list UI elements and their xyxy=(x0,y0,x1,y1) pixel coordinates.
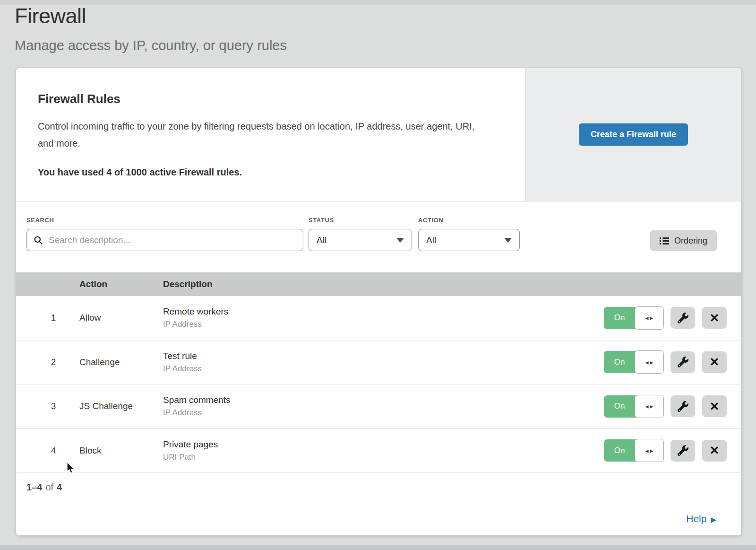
table-row: 3 JS Challenge Spam comments IP Address … xyxy=(16,384,741,429)
delete-rule-button[interactable]: ✕ xyxy=(702,307,727,329)
column-header-action: Action xyxy=(79,279,163,289)
usage-summary: You have used 4 of 1000 active Firewall … xyxy=(38,167,497,178)
create-rule-pane: Create a Firewall rule xyxy=(525,68,741,201)
row-number: 1 xyxy=(16,313,79,323)
row-action: Allow xyxy=(79,313,163,323)
toggle-arrow-left-icon: ◂ xyxy=(645,447,648,454)
edit-rule-button[interactable] xyxy=(670,440,695,462)
pagination-total: 4 xyxy=(57,482,62,493)
page-title: Firewall xyxy=(15,4,86,28)
page-subtitle: Manage access by IP, country, or query r… xyxy=(15,38,287,53)
toggle-arrow-right-icon: ▸ xyxy=(650,402,653,410)
close-icon: ✕ xyxy=(710,312,720,324)
wrench-icon xyxy=(678,445,688,456)
ordering-button-label: Ordering xyxy=(674,236,707,246)
table-row: 4 Block Private pages URI Path On ◂ ▸ xyxy=(16,429,741,473)
rules-list: 1 Allow Remote workers IP Address On ◂ ▸ xyxy=(16,296,741,473)
search-field[interactable] xyxy=(26,229,303,251)
toggle-arrow-right-icon: ▸ xyxy=(650,447,653,454)
wrench-icon xyxy=(678,357,688,367)
filters-section: SEARCH STATUS All ACTION All Ordering xyxy=(16,201,741,272)
rule-toggle[interactable]: On ◂ ▸ xyxy=(604,395,663,418)
toggle-on-segment[interactable]: On xyxy=(604,307,635,329)
row-number: 3 xyxy=(16,401,79,411)
status-select[interactable]: All xyxy=(309,229,412,251)
card-description: Control incoming traffic to your zone by… xyxy=(38,118,491,152)
intro-section: Firewall Rules Control incoming traffic … xyxy=(16,68,741,201)
toggle-handle[interactable]: ◂ ▸ xyxy=(635,306,664,330)
edit-rule-button[interactable] xyxy=(670,307,695,329)
row-description-title: Spam comments xyxy=(163,395,604,405)
delete-rule-button[interactable]: ✕ xyxy=(702,440,727,462)
toggle-handle[interactable]: ◂ ▸ xyxy=(635,439,664,462)
help-link[interactable]: Help ▶ xyxy=(686,513,716,524)
toggle-handle[interactable]: ◂ ▸ xyxy=(635,395,664,418)
toggle-arrow-left-icon: ◂ xyxy=(645,402,648,410)
table-row: 1 Allow Remote workers IP Address On ◂ ▸ xyxy=(16,296,741,340)
close-icon: ✕ xyxy=(710,356,720,368)
row-description: Test rule IP Address xyxy=(163,351,604,374)
edit-rule-button[interactable] xyxy=(670,395,695,417)
row-action: Block xyxy=(79,445,163,456)
toggle-on-segment[interactable]: On xyxy=(604,395,635,418)
table-header: Action Description xyxy=(16,272,741,296)
toggle-arrow-left-icon: ◂ xyxy=(645,358,648,366)
action-label: ACTION xyxy=(418,217,443,224)
rule-toggle[interactable]: On ◂ ▸ xyxy=(604,351,663,373)
row-description: Remote workers IP Address xyxy=(163,306,604,329)
table-row: 2 Challenge Test rule IP Address On ◂ ▸ xyxy=(16,340,741,385)
help-link-label: Help xyxy=(686,513,706,524)
action-select-value: All xyxy=(426,235,436,245)
toggle-arrow-left-icon: ◂ xyxy=(645,314,648,322)
rule-toggle[interactable]: On ◂ ▸ xyxy=(604,439,663,462)
help-arrow-icon: ▶ xyxy=(711,515,716,523)
toggle-handle[interactable]: ◂ ▸ xyxy=(635,350,664,374)
search-input[interactable] xyxy=(48,235,297,246)
window-bottom-edge xyxy=(0,545,756,550)
row-number: 2 xyxy=(16,357,79,367)
row-controls: On ◂ ▸ ✕ xyxy=(604,439,741,462)
toggle-on-segment[interactable]: On xyxy=(604,351,635,373)
row-action: Challenge xyxy=(79,357,163,367)
row-description-subtitle: IP Address xyxy=(163,364,604,374)
row-description-subtitle: IP Address xyxy=(163,320,604,329)
row-controls: On ◂ ▸ ✕ xyxy=(604,307,741,329)
ordering-button[interactable]: Ordering xyxy=(650,230,717,251)
delete-rule-button[interactable]: ✕ xyxy=(702,351,727,373)
row-number: 4 xyxy=(16,445,79,456)
ordering-list-icon xyxy=(660,237,669,245)
search-icon xyxy=(34,236,43,245)
toggle-arrow-right-icon: ▸ xyxy=(650,314,653,322)
wrench-icon xyxy=(678,401,688,412)
pagination-of-label: of xyxy=(45,482,53,493)
pagination-summary: 1–4 of 4 xyxy=(16,473,741,502)
close-icon: ✕ xyxy=(710,401,720,412)
row-description: Private pages URI Path xyxy=(163,439,604,462)
search-label: SEARCH xyxy=(26,217,54,224)
rule-toggle[interactable]: On ◂ ▸ xyxy=(604,307,663,329)
pagination-range: 1–4 xyxy=(26,482,42,493)
card-heading: Firewall Rules xyxy=(38,92,497,106)
row-controls: On ◂ ▸ ✕ xyxy=(604,395,741,418)
card-footer: Help ▶ xyxy=(16,502,741,535)
create-firewall-rule-button[interactable]: Create a Firewall rule xyxy=(579,123,688,146)
edit-rule-button[interactable] xyxy=(670,351,695,373)
delete-rule-button[interactable]: ✕ xyxy=(702,395,727,417)
chevron-down-icon xyxy=(504,238,512,243)
row-description: Spam comments IP Address xyxy=(163,395,604,418)
firewall-rules-card: Firewall Rules Control incoming traffic … xyxy=(16,68,742,536)
row-controls: On ◂ ▸ ✕ xyxy=(604,351,741,373)
row-action: JS Challenge xyxy=(79,401,163,411)
action-select[interactable]: All xyxy=(418,229,520,251)
row-description-title: Remote workers xyxy=(163,306,604,317)
column-header-description: Description xyxy=(163,279,213,289)
row-description-subtitle: IP Address xyxy=(163,408,604,418)
row-description-subtitle: URI Path xyxy=(163,453,604,462)
toggle-arrow-right-icon: ▸ xyxy=(650,358,653,366)
row-description-title: Test rule xyxy=(163,351,604,361)
toggle-on-segment[interactable]: On xyxy=(604,439,635,462)
status-label: STATUS xyxy=(309,217,334,224)
intro-text-pane: Firewall Rules Control incoming traffic … xyxy=(16,68,525,201)
wrench-icon xyxy=(678,313,688,323)
close-icon: ✕ xyxy=(710,445,720,456)
